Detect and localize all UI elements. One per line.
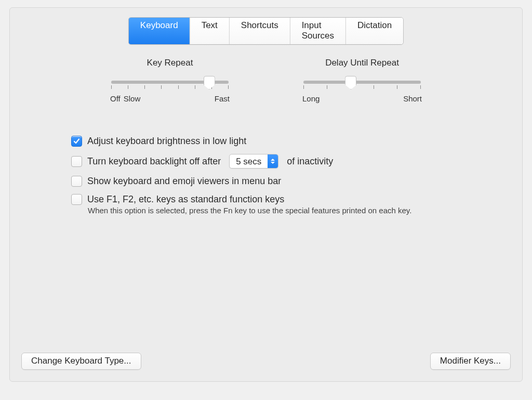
modifier-keys-button[interactable]: Modifier Keys... (430, 353, 511, 370)
delay-repeat-labels: Long Short (302, 94, 422, 103)
chevron-down-icon (271, 162, 275, 164)
label-show-viewers: Show keyboard and emoji viewers in menu … (87, 176, 281, 187)
checkbox-adjust-brightness[interactable] (71, 136, 82, 147)
delay-repeat-group: Delay Until Repeat Long Short (302, 58, 422, 103)
row-function-keys: Use F1, F2, etc. keys as standard functi… (71, 194, 501, 205)
label-backlight-after: of inactivity (287, 156, 333, 167)
row-backlight-off: Turn keyboard backlight off after 5 secs… (71, 154, 501, 169)
tab-keyboard[interactable]: Keyboard (129, 18, 190, 44)
backlight-timeout-select[interactable]: 5 secs (229, 154, 278, 169)
hint-function-keys: When this option is selected, press the … (88, 206, 501, 215)
tab-text[interactable]: Text (190, 18, 230, 44)
key-repeat-slow-label: Slow (124, 94, 141, 103)
label-function-keys: Use F1, F2, etc. keys as standard functi… (87, 194, 284, 205)
row-adjust-brightness: Adjust keyboard brightness in low light (71, 136, 501, 147)
key-repeat-group: Key Repeat Off Slow Fast (110, 58, 230, 103)
label-backlight-before: Turn keyboard backlight off after (87, 156, 221, 167)
tab-shortcuts[interactable]: Shortcuts (230, 18, 290, 44)
checkbox-function-keys[interactable] (71, 194, 82, 205)
tab-input-sources[interactable]: Input Sources (290, 18, 346, 44)
change-keyboard-type-button[interactable]: Change Keyboard Type... (21, 353, 141, 370)
checkbox-show-viewers[interactable] (71, 176, 82, 187)
check-icon (73, 138, 80, 145)
delay-repeat-title: Delay Until Repeat (302, 58, 422, 68)
key-repeat-fast-label: Fast (215, 94, 230, 103)
delay-repeat-slider[interactable] (303, 81, 421, 84)
delay-repeat-short-label: Short (403, 94, 422, 103)
keyboard-preferences-window: Keyboard Text Shortcuts Input Sources Di… (9, 7, 523, 382)
chevron-up-icon (271, 159, 275, 161)
key-repeat-off-label: Off (110, 94, 121, 103)
tab-bar: Keyboard Text Shortcuts Input Sources Di… (128, 17, 404, 45)
checkbox-backlight-off[interactable] (71, 156, 82, 167)
row-show-viewers: Show keyboard and emoji viewers in menu … (71, 176, 501, 187)
key-repeat-labels: Off Slow Fast (110, 94, 230, 103)
checkbox-list: Adjust keyboard brightness in low light … (71, 136, 501, 215)
bottom-bar: Change Keyboard Type... Modifier Keys... (21, 353, 511, 370)
sliders-row: Key Repeat Off Slow Fast Delay Until Rep… (10, 58, 522, 103)
key-repeat-slider[interactable] (111, 81, 229, 84)
label-adjust-brightness: Adjust keyboard brightness in low light (87, 136, 246, 147)
key-repeat-title: Key Repeat (110, 58, 230, 68)
delay-repeat-long-label: Long (302, 94, 320, 103)
backlight-timeout-value: 5 secs (230, 154, 268, 168)
stepper-icon (268, 154, 278, 168)
tab-dictation[interactable]: Dictation (346, 18, 403, 44)
